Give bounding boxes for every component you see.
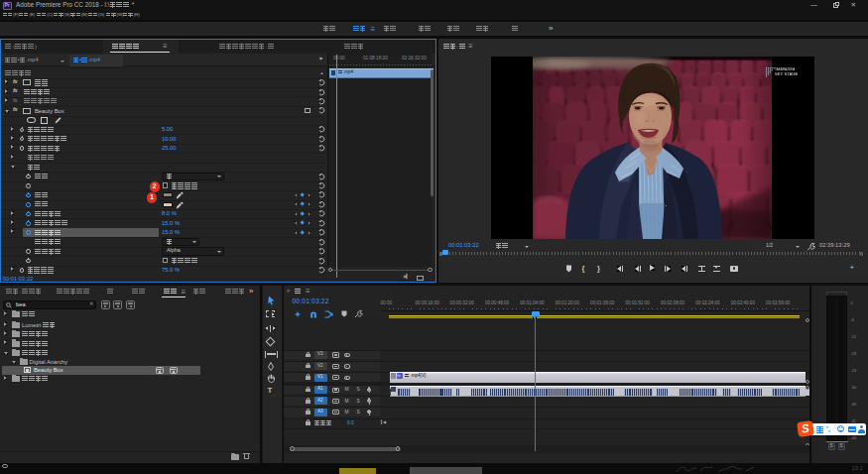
svg-text:SKY STAGE: SKY STAGE: [775, 71, 799, 76]
